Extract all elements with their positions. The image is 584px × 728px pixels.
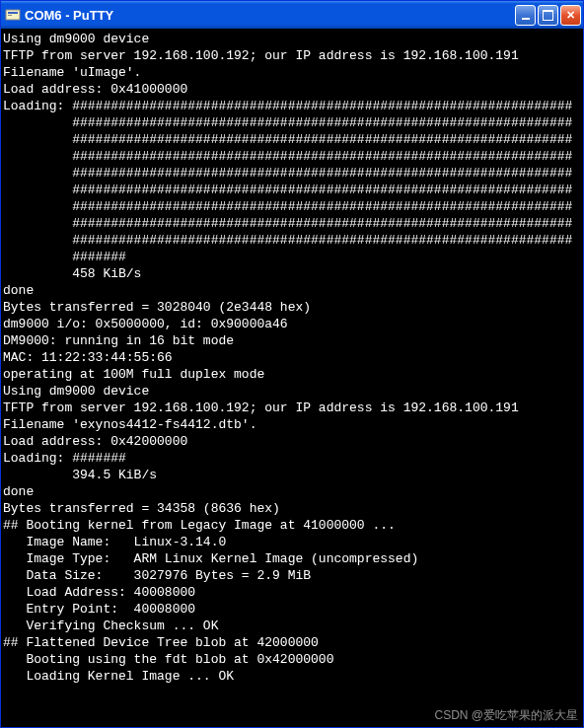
minimize-button[interactable]	[515, 5, 536, 26]
maximize-button[interactable]	[538, 5, 558, 26]
app-icon	[5, 7, 21, 23]
window-controls	[515, 5, 581, 26]
titlebar[interactable]: COM6 - PuTTY	[1, 1, 583, 29]
watermark: CSDN @爱吃苹果的派大星	[434, 707, 578, 724]
svg-rect-1	[8, 12, 18, 14]
window-title: COM6 - PuTTY	[25, 8, 515, 23]
close-button[interactable]	[560, 5, 581, 26]
putty-window: COM6 - PuTTY Using dm9000 device TFTP fr…	[0, 0, 584, 728]
terminal-output[interactable]: Using dm9000 device TFTP from server 192…	[1, 29, 583, 727]
svg-rect-2	[8, 15, 12, 16]
